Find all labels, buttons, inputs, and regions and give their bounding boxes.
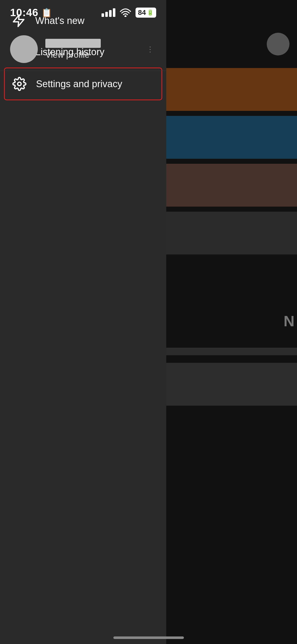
avatar	[10, 35, 38, 63]
right-card-4	[166, 212, 297, 254]
signal-bars	[102, 8, 115, 17]
right-text-big: N	[284, 312, 294, 330]
signal-bar-2	[105, 12, 108, 17]
right-card-6	[166, 363, 297, 406]
profile-name-placeholder	[45, 39, 101, 48]
right-card-5	[166, 348, 297, 355]
profile-section[interactable]: View profile ⋮	[0, 28, 166, 71]
right-card-3	[166, 164, 297, 207]
status-time: 10:46	[10, 7, 38, 19]
signal-bar-1	[102, 13, 104, 17]
notification-icon: 📋	[41, 8, 52, 18]
right-card-1	[166, 68, 297, 111]
settings-privacy-label: Settings and privacy	[36, 79, 122, 89]
right-avatar	[267, 33, 289, 55]
right-card-2	[166, 116, 297, 159]
svg-point-0	[125, 16, 126, 17]
drawer-panel: 10:46 📋 84 🔋	[0, 0, 166, 644]
status-icons: 84 🔋	[102, 8, 156, 18]
signal-bar-3	[109, 10, 112, 17]
battery-level: 84	[138, 9, 146, 17]
gear-icon	[12, 76, 27, 91]
wifi-icon	[120, 8, 131, 17]
right-panel: N	[166, 0, 297, 644]
status-bar: 10:46 📋 84 🔋	[0, 0, 166, 25]
more-dots-icon[interactable]: ⋮	[147, 45, 154, 53]
battery-indicator: 84 🔋	[136, 8, 156, 18]
battery-icon: 🔋	[147, 9, 154, 16]
home-indicator	[113, 636, 184, 639]
svg-point-2	[18, 82, 21, 86]
menu-item-settings-privacy[interactable]: Settings and privacy	[4, 68, 162, 100]
view-profile-label[interactable]: View profile	[45, 50, 101, 60]
profile-info: View profile	[45, 39, 101, 60]
signal-bar-4	[113, 8, 115, 17]
